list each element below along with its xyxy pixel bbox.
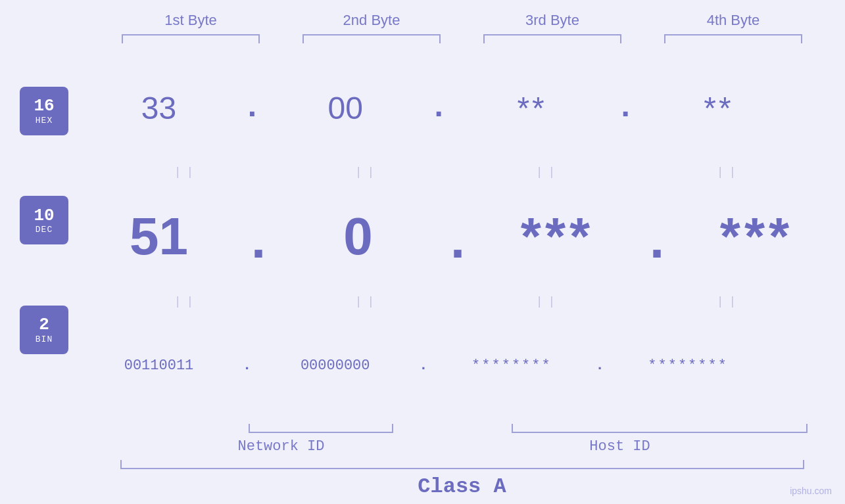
- bin-badge: 2 BIN: [20, 306, 68, 354]
- hex-badge-num: 16: [34, 97, 54, 116]
- byte2-header: 2nd Byte: [281, 12, 462, 29]
- dec-b2-value: 0: [343, 206, 373, 267]
- id-brackets-row: [79, 424, 845, 436]
- hex-b2-value: 00: [328, 90, 363, 126]
- byte-headers: 1st Byte 2nd Byte 3rd Byte 4th Byte: [39, 0, 845, 29]
- equals-sep-1: || || || ||: [68, 166, 845, 179]
- hex-values-row: 33 . 00 . ** . **: [68, 90, 809, 126]
- watermark: ipshu.com: [790, 486, 832, 496]
- host-id-bracket-inner: [512, 424, 808, 433]
- dec-b2-cell: 0: [268, 206, 448, 267]
- bin-b2-value: 00000000: [301, 357, 370, 374]
- network-id-label: Network ID: [124, 438, 439, 455]
- bracket-inner-byte2: [302, 34, 441, 43]
- long-bracket-inner: [120, 460, 804, 469]
- hex-b3-cell: **: [442, 90, 623, 126]
- id-labels-row: Network ID Host ID: [79, 438, 845, 455]
- host-id-bracket: [479, 424, 840, 436]
- network-id-bracket: [163, 424, 479, 436]
- dot-dec-2: .: [442, 214, 473, 273]
- dec-row-group: 51 . 0 . *** . ***: [68, 179, 845, 294]
- bin-b2-cell: 00000000: [245, 357, 425, 374]
- hex-row-group: 33 . 00 . ** . **: [68, 50, 845, 166]
- bin-b3-cell: ********: [421, 357, 602, 374]
- dot-hex-1: .: [243, 90, 262, 126]
- bracket-inner-byte3: [483, 34, 621, 43]
- main-container: 1st Byte 2nd Byte 3rd Byte 4th Byte 16 H…: [0, 0, 845, 504]
- bottom-section: Network ID Host ID Class A ipshu.com: [0, 424, 845, 504]
- dot-hex-3: .: [616, 90, 635, 126]
- bin-b3-value: ********: [471, 357, 552, 374]
- bracket-byte4: [643, 32, 824, 43]
- content-area: 16 HEX 10 DEC 2 BIN 33 .: [0, 50, 845, 424]
- dot-dec-1: .: [243, 214, 274, 273]
- dec-b3-value: ***: [521, 206, 594, 267]
- hex-b3-value: **: [517, 90, 546, 126]
- dec-b1-cell: 51: [68, 206, 249, 267]
- class-a-label: Class A: [418, 474, 506, 499]
- byte1-header: 1st Byte: [101, 12, 281, 29]
- class-a-row: Class A: [79, 474, 845, 504]
- dec-badge: 10 DEC: [20, 196, 68, 244]
- hex-b1-value: 33: [141, 90, 176, 126]
- dec-b4-cell: ***: [666, 206, 845, 267]
- badges-column: 16 HEX 10 DEC 2 BIN: [0, 50, 68, 424]
- hex-b4-cell: **: [628, 90, 809, 126]
- bracket-byte3: [462, 32, 643, 43]
- eq1-b1: ||: [96, 166, 277, 179]
- bin-b1-cell: 00110011: [68, 357, 249, 374]
- eq2-b2: ||: [277, 295, 458, 308]
- bracket-inner-byte1: [122, 34, 260, 43]
- bracket-byte2: [281, 32, 462, 43]
- byte3-header: 3rd Byte: [462, 12, 643, 29]
- bin-b1-value: 00110011: [124, 357, 194, 374]
- hex-b1-cell: 33: [68, 90, 249, 126]
- eq1-b2: ||: [277, 166, 458, 179]
- bin-b4-cell: ********: [598, 357, 779, 374]
- bin-badge-num: 2: [39, 315, 49, 334]
- dec-values-row: 51 . 0 . *** . ***: [68, 200, 845, 273]
- bin-badge-label: BIN: [36, 334, 53, 344]
- bin-row-group: 00110011 . 00000000 . ******** . *******…: [68, 308, 845, 424]
- host-id-label: Host ID: [439, 438, 801, 455]
- dec-b4-value: ***: [720, 206, 793, 267]
- bracket-byte1: [101, 32, 281, 43]
- bin-b4-value: ********: [648, 357, 728, 374]
- byte4-header: 4th Byte: [643, 12, 824, 29]
- network-id-bracket-inner: [249, 424, 393, 433]
- bracket-inner-byte4: [664, 34, 802, 43]
- dot-hex-2: .: [429, 90, 448, 126]
- dec-b3-cell: ***: [467, 206, 648, 267]
- top-brackets: [39, 32, 845, 43]
- long-bracket-row: [79, 460, 845, 469]
- bin-values-row: 00110011 . 00000000 . ******** . *******…: [68, 357, 779, 374]
- eq2-b3: ||: [458, 295, 639, 308]
- hex-b2-cell: 00: [255, 90, 436, 126]
- dot-bin-3: .: [595, 357, 604, 374]
- dec-badge-label: DEC: [36, 225, 53, 235]
- eq2-b4: ||: [639, 295, 819, 308]
- dot-bin-1: .: [243, 357, 251, 374]
- dot-bin-2: .: [419, 357, 427, 374]
- dec-b1-value: 51: [130, 206, 188, 267]
- eq1-b3: ||: [458, 166, 639, 179]
- hex-b4-value: **: [704, 90, 733, 126]
- values-grid: 33 . 00 . ** . **: [68, 50, 845, 424]
- dec-badge-num: 10: [34, 206, 54, 225]
- eq1-b4: ||: [639, 166, 819, 179]
- hex-badge-label: HEX: [36, 116, 53, 126]
- dot-dec-3: .: [641, 214, 673, 273]
- hex-badge: 16 HEX: [20, 87, 68, 135]
- equals-sep-2: || || || ||: [68, 295, 845, 308]
- eq2-b1: ||: [96, 295, 277, 308]
